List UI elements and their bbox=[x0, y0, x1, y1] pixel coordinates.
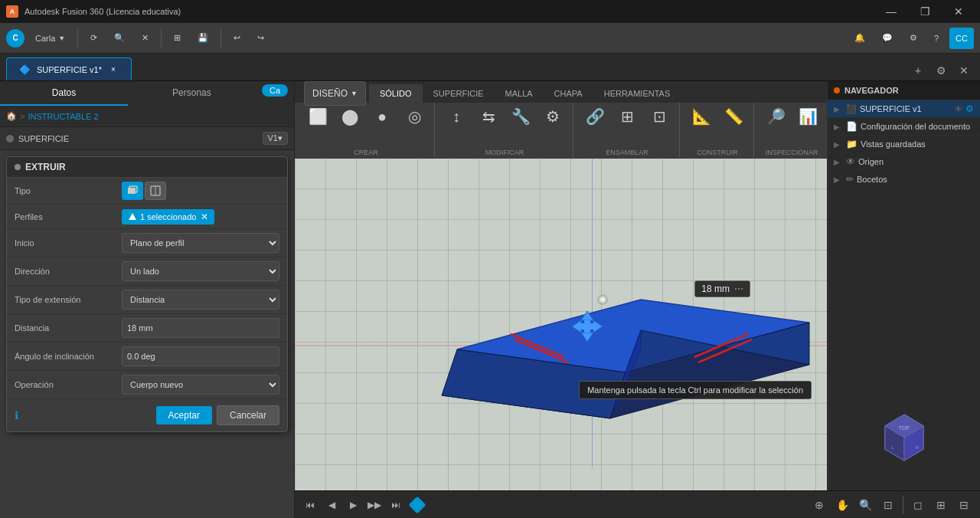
crear-btn-cylinder[interactable]: ⬤ bbox=[335, 106, 365, 143]
datos-tab[interactable]: Datos bbox=[0, 81, 128, 106]
crear-btn-torus[interactable]: ◎ bbox=[399, 106, 430, 143]
redo-button[interactable]: ↪ bbox=[251, 28, 270, 49]
playback-last[interactable]: ⏭ bbox=[387, 496, 405, 514]
cancel-button[interactable]: Cancelar bbox=[217, 405, 279, 425]
ensamblar-btn-3[interactable]: ⊡ bbox=[644, 106, 675, 143]
construir-btn-1[interactable]: 📐 bbox=[686, 106, 717, 143]
nav-item-bocetos[interactable]: ▶ ✏ Bocetos bbox=[828, 171, 980, 189]
construir-btn-2[interactable]: 📏 bbox=[718, 106, 749, 143]
tab-surface-v1[interactable]: 🔷 SUPERFICIE v1* × bbox=[6, 57, 132, 80]
tipo-extension-control[interactable]: Distancia bbox=[122, 290, 279, 310]
tipo-extension-label: Tipo de extensión bbox=[15, 295, 122, 304]
pan-button[interactable]: ✋ bbox=[832, 495, 852, 515]
ensamblar-btn-1[interactable]: 🔗 bbox=[580, 106, 610, 143]
ribbon-tab-solido[interactable]: SÓLIDO bbox=[369, 84, 423, 103]
refresh-button[interactable]: ⟳ bbox=[84, 28, 103, 49]
perfiles-control: 1 seleccionado ✕ bbox=[122, 209, 279, 225]
nav-item-config[interactable]: ▶ 📄 Configuración del documento bbox=[828, 118, 980, 136]
chat-button[interactable]: 💬 bbox=[876, 28, 899, 49]
settings-button[interactable]: ⚙ bbox=[903, 28, 923, 49]
nav-item-origen[interactable]: ▶ 👁 Origen bbox=[828, 153, 980, 171]
modificar-btn-4[interactable]: ⚙ bbox=[537, 106, 568, 143]
modificar-btn-1[interactable]: ↕ bbox=[441, 106, 472, 143]
nav-settings-surface[interactable]: ⚙ bbox=[965, 103, 974, 114]
ensamblar-btn-2[interactable]: ⊞ bbox=[612, 106, 642, 143]
search-button[interactable]: 🔍 bbox=[108, 28, 131, 49]
help-button[interactable]: ? bbox=[928, 28, 945, 49]
help-refresh-button[interactable]: 🔔 bbox=[848, 28, 871, 49]
tab-close-button[interactable]: × bbox=[108, 64, 119, 75]
view-button[interactable]: ⊟ bbox=[954, 495, 974, 515]
tipo-extension-row: Tipo de extensión Distancia bbox=[7, 286, 287, 314]
distancia-input[interactable]: 18 mm bbox=[122, 318, 279, 338]
dim-more-button[interactable]: ⋯ bbox=[734, 284, 743, 294]
playback-controls: ⏮ ◀ ▶ ▶▶ ⏭ bbox=[301, 496, 423, 514]
nav-icon-bocetos: ✏ bbox=[846, 174, 854, 185]
operacion-label: Operación bbox=[15, 380, 122, 389]
orbit-button[interactable]: ⊕ bbox=[809, 495, 829, 515]
nav-item-vistas[interactable]: ▶ 📁 Vistas guardadas bbox=[828, 136, 980, 153]
account-button[interactable]: CC bbox=[949, 28, 974, 49]
angulo-input[interactable]: 0.0 deg bbox=[122, 346, 279, 366]
cube-widget[interactable]: TOP L R bbox=[877, 411, 931, 464]
close-project-button[interactable]: ✕ bbox=[136, 28, 155, 49]
ribbon-group-modificar: ↕ ⇆ 🔧 ⚙ MODIFICAR bbox=[436, 103, 573, 158]
home-breadcrumb[interactable]: 🏠 bbox=[6, 111, 17, 121]
nav-label-vistas: Vistas guardadas bbox=[861, 139, 974, 149]
perfiles-button[interactable]: 1 seleccionado ✕ bbox=[122, 209, 214, 225]
save-button[interactable]: 💾 bbox=[191, 28, 214, 49]
user-menu[interactable]: Carla ▼ bbox=[29, 28, 71, 49]
inicio-control[interactable]: Plano de perfil bbox=[122, 233, 279, 253]
nav-eye-surface[interactable]: 👁 bbox=[955, 105, 962, 113]
extrude-header: EXTRUIR bbox=[7, 157, 287, 178]
zoom-fit-button[interactable]: ⊡ bbox=[878, 495, 898, 515]
user-avatar[interactable]: C bbox=[6, 29, 24, 48]
close-button[interactable]: ✕ bbox=[943, 0, 974, 23]
grid-button[interactable]: ⊞ bbox=[931, 495, 951, 515]
ca-button[interactable]: Ca bbox=[262, 84, 288, 97]
minimize-button[interactable]: — bbox=[876, 0, 906, 23]
undo-button[interactable]: ↩ bbox=[227, 28, 247, 49]
type-btn-1[interactable] bbox=[122, 182, 143, 200]
accept-button[interactable]: Aceptar bbox=[156, 406, 212, 425]
display-button[interactable]: ◻ bbox=[908, 495, 928, 515]
modificar-btn-2[interactable]: ⇆ bbox=[473, 106, 504, 143]
inicio-select[interactable]: Plano de perfil bbox=[122, 233, 279, 253]
ribbon-tab-superficie[interactable]: SUPERFICIE bbox=[423, 84, 495, 103]
operacion-row: Operación Cuerpo nuevo bbox=[7, 371, 287, 399]
operacion-select[interactable]: Cuerpo nuevo bbox=[122, 375, 279, 395]
angulo-control[interactable]: 0.0 deg bbox=[122, 346, 279, 366]
playback-next[interactable]: ▶▶ bbox=[365, 496, 384, 514]
operacion-control[interactable]: Cuerpo nuevo bbox=[122, 375, 279, 395]
direccion-select[interactable]: Un lado bbox=[122, 261, 279, 281]
crear-btn-box[interactable]: ⬜ bbox=[302, 106, 333, 143]
modificar-btn-3[interactable]: 🔧 bbox=[505, 106, 536, 143]
personas-tab[interactable]: Personas bbox=[128, 81, 256, 106]
inspeccionar-btn-1[interactable]: 🔎 bbox=[760, 106, 791, 143]
playback-play[interactable]: ▶ bbox=[344, 496, 362, 514]
nav-item-surface[interactable]: ▶ ⬛ SUPERFICIE v1 👁 ⚙ bbox=[828, 100, 980, 118]
distancia-control[interactable]: 18 mm bbox=[122, 318, 279, 338]
crear-btn-sphere[interactable]: ● bbox=[367, 106, 397, 143]
clear-perfiles-button[interactable]: ✕ bbox=[201, 211, 208, 222]
playback-prev[interactable]: ◀ bbox=[322, 496, 341, 514]
inspeccionar-btn-2[interactable]: 📊 bbox=[792, 106, 823, 143]
ribbon-tab-chapa[interactable]: CHAPA bbox=[544, 84, 593, 103]
info-icon[interactable]: ℹ bbox=[15, 409, 18, 421]
direccion-control[interactable]: Un lado bbox=[122, 261, 279, 281]
new-tab-button[interactable]: + bbox=[908, 61, 928, 80]
type-btn-2[interactable] bbox=[145, 182, 166, 200]
ribbon-tab-herramientas[interactable]: HERRAMIENTAS bbox=[593, 84, 681, 103]
playback-first[interactable]: ⏮ bbox=[301, 496, 319, 514]
project-breadcrumb[interactable]: INSTRUCTABLE 2 bbox=[28, 112, 98, 121]
apps-button[interactable]: ⊞ bbox=[168, 28, 187, 49]
version-dropdown[interactable]: V1▾ bbox=[263, 132, 288, 145]
breadcrumb-sep: > bbox=[20, 112, 24, 121]
restore-button[interactable]: ❐ bbox=[910, 0, 940, 23]
zoom-button[interactable]: 🔍 bbox=[855, 495, 875, 515]
ensamblar-buttons: 🔗 ⊞ ⊡ bbox=[580, 106, 675, 143]
tab-settings-button[interactable]: ⚙ bbox=[931, 61, 951, 80]
tab-close-all-button[interactable]: ✕ bbox=[954, 61, 974, 80]
tipo-extension-select[interactable]: Distancia bbox=[122, 290, 279, 310]
ribbon-tab-malla[interactable]: MALLA bbox=[495, 84, 544, 103]
